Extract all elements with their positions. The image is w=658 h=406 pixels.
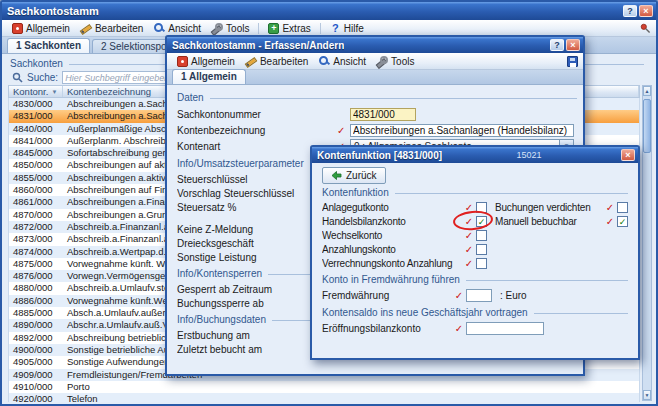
account-number: 4905/000 [9, 356, 63, 368]
save-icon[interactable] [567, 56, 578, 67]
menu-label: Tools [226, 23, 249, 34]
question-icon [330, 23, 341, 34]
field-row-kontenbezeichnung: Kontenbezeichnung ✓ [177, 122, 577, 138]
scroll-thumb[interactable] [643, 99, 651, 153]
account-number: 4855/000 [9, 172, 63, 184]
menu-allgemein[interactable]: Allgemein [172, 55, 240, 68]
scroll-up-button[interactable]: ▲ [643, 86, 651, 96]
account-number: 4841/000 [9, 135, 63, 147]
menu-separator [320, 23, 321, 34]
confirm-check-icon[interactable]: ✓ [603, 202, 617, 213]
edit-dialog-title: Sachkontostamm - Erfassen/Ändern [172, 40, 344, 51]
account-number: 4909/000 [9, 369, 63, 381]
help-button[interactable]: ? [623, 5, 637, 17]
menu-extras[interactable]: Extras [263, 22, 315, 35]
back-arrow-icon [331, 170, 342, 181]
currency-suffix: : Euro [500, 290, 527, 301]
account-number: 4831/000 [9, 110, 63, 122]
help-button[interactable]: ? [550, 39, 564, 51]
field-label: Kontenbezeichnung [177, 125, 337, 136]
menu-label: Extras [282, 23, 310, 34]
account-number: 4880/000 [9, 282, 63, 294]
allgemein-icon [12, 23, 23, 34]
vertical-scrollbar[interactable]: ▲ ▼ [642, 85, 652, 401]
kontenbezeichnung-field[interactable] [350, 124, 574, 137]
field-label: Sachkontonummer [177, 109, 337, 120]
menu-label: Bearbeiten [260, 56, 308, 67]
column-header-kontonr[interactable]: Kontonr. ▼ [9, 86, 63, 97]
close-button[interactable]: × [621, 149, 635, 161]
menu-tools[interactable]: Tools [207, 22, 254, 35]
account-number: 4850/000 [9, 159, 63, 171]
menu-allgemein[interactable]: Allgemein [7, 22, 75, 35]
menu-bearbeiten[interactable]: Bearbeiten [241, 55, 313, 68]
account-number: 4892/000 [9, 332, 63, 344]
confirm-check-icon[interactable]: ✓ [452, 290, 466, 301]
column-label: Kontonr. [13, 86, 48, 97]
confirm-check-icon[interactable]: ✓ [337, 125, 350, 136]
back-button-label: Zurück [346, 170, 377, 181]
sort-icon: ▼ [51, 89, 57, 95]
menu-ansicht[interactable]: Ansicht [149, 22, 206, 35]
option-row: Anzahlungskonto✓ [322, 242, 487, 256]
menu-label: Allgemein [191, 56, 235, 67]
scroll-down-button[interactable]: ▼ [643, 390, 651, 400]
option-row: Wechselkonto✓ [322, 228, 487, 242]
checkbox[interactable] [476, 258, 487, 269]
confirm-check-icon[interactable]: ✓ [462, 230, 476, 241]
confirm-check-icon[interactable]: ✓ [462, 258, 476, 269]
group-caption-vortrag: Kontensaldo ins neue Geschäftsjahr vortr… [322, 307, 628, 318]
menu-hilfe[interactable]: Hilfe [325, 22, 369, 35]
window-title: Sachkontostamm [7, 5, 99, 17]
account-number: 4876/000 [9, 270, 63, 282]
tab-allgemein[interactable]: 1 Allgemein [172, 69, 246, 84]
kontenfunktion-columns: Anlagegutkonto✓Handelsbilanzkonto✓✓Wechs… [322, 200, 628, 270]
allgemein-icon [177, 56, 188, 67]
magnifier-icon [319, 56, 330, 67]
account-number: 4840/000 [9, 123, 63, 135]
option-row: Manuell bebuchbar✓✓ [495, 214, 628, 228]
menu-ansicht[interactable]: Ansicht [314, 55, 371, 68]
menu-label: Bearbeiten [95, 23, 143, 34]
account-number: 4920/000 [9, 393, 63, 402]
group-caption-fremdwaehrung: Konto in Fremdwährung führen [322, 274, 628, 285]
confirm-check-icon[interactable]: ✓ [603, 216, 617, 227]
group-caption-kontenfunktion: Kontenfunktion [322, 187, 628, 198]
confirm-check-icon[interactable]: ✓ [462, 216, 476, 227]
option-row: Handelsbilanzkonto✓✓ [322, 214, 487, 228]
sachkontonummer-field[interactable] [350, 108, 416, 121]
menu-label: Ansicht [333, 56, 366, 67]
checkbox[interactable]: ✓ [617, 216, 628, 227]
account-number: 4900/000 [9, 344, 63, 356]
checkbox[interactable] [617, 202, 628, 213]
checkbox[interactable] [476, 244, 487, 255]
option-label: Manuell bebuchbar [495, 216, 603, 227]
confirm-check-icon[interactable]: ✓ [452, 323, 466, 334]
menu-tools[interactable]: Tools [372, 55, 419, 68]
table-row[interactable]: 4910/000Porto [9, 381, 639, 393]
table-row[interactable]: 4920/000Telefon [9, 393, 639, 402]
checkbox[interactable] [476, 230, 487, 241]
confirm-check-icon[interactable]: ✓ [462, 244, 476, 255]
pin-icon[interactable] [640, 23, 651, 34]
checkbox[interactable]: ✓ [476, 216, 487, 227]
search-input[interactable] [62, 71, 168, 84]
fremdwaehrung-field[interactable] [466, 289, 492, 302]
close-button[interactable]: × [566, 39, 580, 51]
wrench-icon [212, 23, 223, 34]
option-label: Anlagegutkonto [322, 202, 462, 213]
eroeffnungsbilanzkonto-field[interactable] [466, 322, 544, 335]
checkbox[interactable] [476, 202, 487, 213]
kontenfunktion-left-options: Anlagegutkonto✓Handelsbilanzkonto✓✓Wechs… [322, 200, 487, 270]
menu-bearbeiten[interactable]: Bearbeiten [76, 22, 148, 35]
function-dialog-body: Zurück Kontenfunktion Anlagegutkonto✓Han… [312, 163, 638, 336]
back-button[interactable]: Zurück [322, 167, 386, 184]
close-button[interactable]: × [639, 5, 653, 17]
account-number: 4872/000 [9, 221, 63, 233]
window-number: 15021 [517, 150, 542, 160]
tab-sachkonten[interactable]: 1 Sachkonten [7, 38, 90, 53]
account-number: 4830/000 [9, 98, 63, 110]
search-icon [12, 72, 23, 83]
confirm-check-icon[interactable]: ✓ [462, 202, 476, 213]
menu-label: Tools [391, 56, 414, 67]
